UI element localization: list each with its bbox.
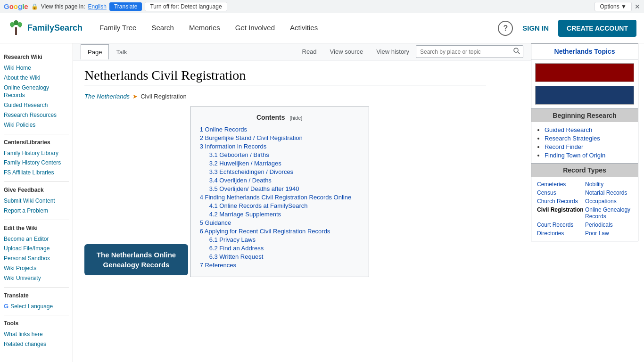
rt-census[interactable]: Census <box>537 189 584 197</box>
nav-search[interactable]: Search <box>146 13 180 43</box>
sidebar-item-wiki-home[interactable]: Wiki Home <box>4 63 69 73</box>
flag-red-bar <box>535 63 634 82</box>
rt-occupations[interactable]: Occupations <box>585 197 632 205</box>
nav-get-involved[interactable]: Get Involved <box>230 13 281 43</box>
rt-court-records[interactable]: Court Records <box>537 221 584 229</box>
sidebar-item-guided-research[interactable]: Guided Research <box>4 100 69 110</box>
breadcrumb-arrow: ➤ <box>132 93 138 100</box>
sidebar-item-family-history-library[interactable]: Family History Library <box>4 148 69 158</box>
contents-item-3-3: 3.3 Echtscheidingen / Divorces <box>209 168 359 175</box>
breadcrumb-link[interactable]: The Netherlands <box>84 93 130 100</box>
tab-action-view-history[interactable]: View history <box>370 44 416 59</box>
contents-link-3[interactable]: 3 Information in Records <box>200 143 267 150</box>
netherlands-online-button[interactable]: The Netherlands Online Genealogy Records <box>84 244 188 275</box>
tab-talk[interactable]: Talk <box>109 44 134 59</box>
br-record-finder[interactable]: Record Finder <box>545 143 583 150</box>
sidebar-item-submit-wiki[interactable]: Submit Wiki Content <box>4 196 69 206</box>
br-finding-town[interactable]: Finding Town of Origin <box>545 152 605 159</box>
sidebar-item-wiki-projects[interactable]: Wiki Projects <box>4 263 69 273</box>
breadcrumb: The Netherlands ➤ Civil Registration <box>84 93 486 100</box>
contents-link-3-2[interactable]: 3.2 Huwelijken / Marriages <box>209 160 281 167</box>
sidebar-divider-3 <box>4 220 69 220</box>
create-account-button[interactable]: CREATE ACCOUNT <box>558 20 636 37</box>
contents-link-3-5[interactable]: 3.5 Overlijden/ Deaths after 1940 <box>209 185 299 192</box>
sidebar-item-report-problem[interactable]: Report a Problem <box>4 206 69 216</box>
sidebar-item-wiki-policies[interactable]: Wiki Policies <box>4 120 69 130</box>
rt-nobility[interactable]: Nobility <box>585 181 632 188</box>
contents-link-6-1[interactable]: 6.1 Privacy Laws <box>209 236 256 243</box>
contents-link-3-1[interactable]: 3.1 Geboorten / Births <box>209 151 269 158</box>
breadcrumb-page: Civil Registration <box>140 93 187 100</box>
contents-link-2[interactable]: 2 Burgerlijke Stand / Civil Registration <box>200 134 303 141</box>
br-research-strategies[interactable]: Research Strategies <box>545 135 600 142</box>
svg-rect-4 <box>15 27 17 35</box>
flag-blue-bar <box>535 86 634 105</box>
rt-church[interactable]: Church Records <box>537 197 584 205</box>
sidebar-title-translate: Translate <box>4 292 69 299</box>
contents-link-4-1[interactable]: 4.1 Online Records at FamilySearch <box>209 202 308 209</box>
contents-link-6[interactable]: 6 Applying for Recent Civil Registration… <box>200 228 330 235</box>
br-link-2: Research Strategies <box>545 135 632 142</box>
sidebar-item-research-resources[interactable]: Research Resources <box>4 110 69 120</box>
options-button[interactable]: Options ▼ <box>594 2 632 11</box>
svg-point-7 <box>14 20 18 25</box>
sidebar-section-centers: Centers/Libraries Family History Library… <box>4 139 69 178</box>
contents-item-3-1: 3.1 Geboorten / Births <box>209 151 359 158</box>
sidebar-item-become-editor[interactable]: Become an Editor <box>4 234 69 244</box>
sidebar-item-wiki-university[interactable]: Wiki University <box>4 273 69 283</box>
nav-activities[interactable]: Activities <box>284 13 323 43</box>
rt-directories[interactable]: Directories <box>537 230 584 237</box>
rt-poor-law[interactable]: Poor Law <box>585 230 632 237</box>
sidebar-item-related-changes[interactable]: Related changes <box>4 339 69 349</box>
sidebar-divider-5 <box>4 315 69 315</box>
sidebar-item-family-history-centers[interactable]: Family History Centers <box>4 158 69 168</box>
contents-link-6-2[interactable]: 6.2 Find an Address <box>209 245 264 252</box>
sign-in-button[interactable]: SIGN IN <box>519 24 553 32</box>
contents-link-5[interactable]: 5 Guidance <box>200 219 231 226</box>
translate-bar-view-text: View this page in: <box>41 3 85 10</box>
sidebar-item-online-genealogy[interactable]: Online Genealogy Records <box>4 83 69 101</box>
tab-action-read[interactable]: Read <box>296 44 323 59</box>
help-button[interactable]: ? <box>498 21 513 36</box>
sidebar-item-about-wiki[interactable]: About the Wiki <box>4 73 69 83</box>
sidebar-item-what-links[interactable]: What links here <box>4 329 69 339</box>
turn-off-button[interactable]: Turn off for: Detect language <box>145 2 227 11</box>
contents-link-3-3[interactable]: 3.3 Echtscheidingen / Divorces <box>209 168 293 175</box>
article: Netherlands Civil Registration The Nethe… <box>73 60 497 292</box>
close-translate-button[interactable]: ✕ <box>635 3 640 10</box>
sidebar-item-upload-file[interactable]: Upload File/Image <box>4 244 69 254</box>
rt-online-genealogy[interactable]: Online Genealogy Records <box>585 206 632 220</box>
wiki-search-button[interactable] <box>511 46 523 58</box>
logo[interactable]: FamilySearch <box>8 20 83 37</box>
br-link-4: Finding Town of Origin <box>545 152 632 159</box>
content-right-wrapper: Page Talk Read View source View history <box>73 43 644 362</box>
nav-memories[interactable]: Memories <box>183 13 226 43</box>
netherlands-topics-box: Netherlands Topics Beginning Research Gu… <box>531 43 638 241</box>
rt-cemeteries[interactable]: Cemeteries <box>537 181 584 188</box>
contents-link-4[interactable]: 4 Finding Netherlands Civil Registration… <box>200 194 352 201</box>
translate-button[interactable]: Translate <box>109 2 142 11</box>
content-area: Page Talk Read View source View history <box>73 43 531 362</box>
rt-notarial[interactable]: Notarial Records <box>585 189 632 197</box>
sidebar-item-select-language[interactable]: Select Language <box>10 302 53 312</box>
translate-language-link[interactable]: English <box>88 3 107 10</box>
contents-link-4-2[interactable]: 4.2 Marriage Supplements <box>209 211 281 218</box>
tab-page[interactable]: Page <box>81 44 109 59</box>
nav-family-tree[interactable]: Family Tree <box>94 13 142 43</box>
contents-item-5: 5 Guidance <box>200 219 359 226</box>
contents-link-7[interactable]: 7 References <box>200 262 236 269</box>
contents-link-1[interactable]: 1 Online Records <box>200 126 247 133</box>
sidebar-item-personal-sandbox[interactable]: Personal Sandbox <box>4 254 69 263</box>
contents-link-3-4[interactable]: 3.4 Overlijden / Deaths <box>209 177 272 184</box>
contents-hide-link[interactable]: [hide] <box>289 115 302 121</box>
tab-action-view-source[interactable]: View source <box>323 44 370 59</box>
contents-title: Contents [hide] <box>200 114 359 121</box>
rt-periodicals[interactable]: Periodicals <box>585 221 632 229</box>
sidebar-item-fs-affiliate[interactable]: FS Affiliate Libraries <box>4 168 69 178</box>
svg-point-8 <box>514 48 518 52</box>
rt-civil-registration[interactable]: Civil Registration <box>537 206 584 220</box>
wiki-search-input[interactable] <box>416 47 511 57</box>
contents-link-6-3[interactable]: 6.3 Written Request <box>209 253 264 260</box>
contents-item-4-2: 4.2 Marriage Supplements <box>209 211 359 218</box>
br-guided-research[interactable]: Guided Research <box>545 126 592 133</box>
